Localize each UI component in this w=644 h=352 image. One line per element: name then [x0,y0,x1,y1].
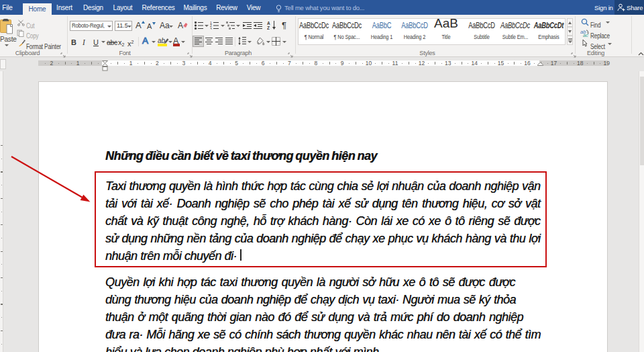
svg-text:3: 3 [210,27,212,30]
svg-text:ac: ac [583,32,588,37]
svg-text:Z: Z [267,26,270,30]
svg-text:A: A [267,21,270,26]
